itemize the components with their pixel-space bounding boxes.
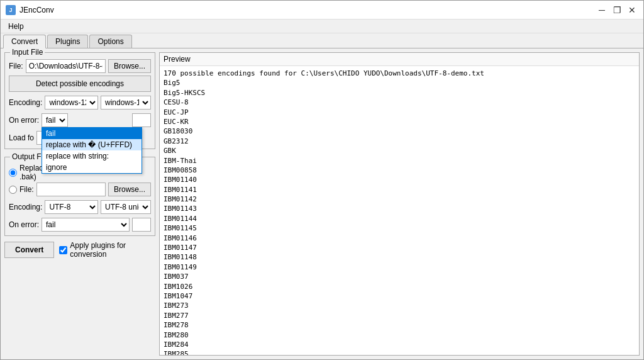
input-encoding-label: Encoding: bbox=[9, 98, 42, 107]
bottom-bar: Convert Apply plugins for conversion bbox=[4, 241, 155, 259]
input-on-error-select[interactable]: fail bbox=[42, 113, 68, 127]
output-encoding-bom-select[interactable]: UTF-8 unicode-1 bbox=[101, 200, 151, 214]
left-panel: Input File File: Browse... Detect possib… bbox=[4, 52, 155, 356]
output-browse-button[interactable]: Browse... bbox=[108, 183, 151, 196]
apply-plugins-checkbox[interactable] bbox=[59, 246, 67, 254]
input-encoding-bom-select[interactable]: windows-1252 c bbox=[101, 96, 151, 110]
dropdown-item-replace-fffd[interactable]: replace with � (U+FFFD) bbox=[42, 139, 142, 150]
radio-file-row: File: Browse... bbox=[9, 183, 151, 196]
input-file-title: Input File bbox=[10, 48, 45, 57]
tab-convert[interactable]: Convert bbox=[3, 35, 46, 48]
input-on-error-row: On error: fail fail replace with � (U+FF… bbox=[9, 113, 151, 127]
app-title: JEncConv bbox=[19, 6, 54, 14]
file-label: File: bbox=[9, 62, 23, 70]
detect-encodings-button[interactable]: Detect possible encodings bbox=[9, 76, 151, 92]
on-error-string-field[interactable] bbox=[132, 113, 151, 127]
radio-replace[interactable] bbox=[9, 169, 17, 177]
input-on-error-label: On error: bbox=[9, 116, 39, 125]
app-icon: J bbox=[6, 5, 16, 15]
menu-bar: Help bbox=[1, 20, 643, 33]
main-content: Input File File: Browse... Detect possib… bbox=[1, 48, 643, 359]
input-file-group: Input File File: Browse... Detect possib… bbox=[4, 52, 155, 149]
output-on-error-row: On error: fail bbox=[9, 218, 151, 232]
menu-item-help[interactable]: Help bbox=[3, 21, 29, 32]
output-on-error-string-field[interactable] bbox=[132, 218, 151, 232]
title-controls: ─ ❐ ✕ bbox=[596, 4, 638, 16]
dropdown-item-fail[interactable]: fail bbox=[42, 128, 142, 139]
load-label: Load fo bbox=[9, 133, 34, 142]
output-encoding-row: Encoding: UTF-8 UTF-8 unicode-1 bbox=[9, 200, 151, 214]
input-file-field[interactable] bbox=[26, 59, 106, 73]
convert-button[interactable]: Convert bbox=[4, 242, 54, 258]
preview-content[interactable]: 170 possible encodings found for C:\User… bbox=[160, 66, 639, 355]
minimize-button[interactable]: ─ bbox=[596, 4, 608, 16]
title-bar-left: J JEncConv bbox=[6, 5, 54, 15]
preview-panel: Preview 170 possible encodings found for… bbox=[159, 52, 640, 356]
output-file-title: Output Fi bbox=[10, 152, 45, 161]
input-on-error-dropdown-container: fail fail replace with � (U+FFFD) replac… bbox=[42, 113, 130, 127]
close-button[interactable]: ✕ bbox=[626, 4, 638, 16]
title-bar: J JEncConv ─ ❐ ✕ bbox=[1, 1, 643, 20]
output-encoding-label: Encoding: bbox=[9, 203, 42, 211]
output-file-field[interactable] bbox=[36, 183, 106, 196]
tab-options[interactable]: Options bbox=[89, 35, 131, 48]
dropdown-item-replace-string[interactable]: replace with string: bbox=[42, 150, 142, 162]
output-encoding-select[interactable]: UTF-8 bbox=[45, 200, 98, 214]
apply-plugins-row: Apply plugins for conversion bbox=[59, 241, 155, 259]
input-encoding-select[interactable]: windows-1252 bbox=[45, 96, 98, 110]
on-error-dropdown-open: fail replace with � (U+FFFD) replace wit… bbox=[42, 127, 142, 174]
restore-button[interactable]: ❐ bbox=[611, 4, 623, 16]
input-file-row: File: Browse... bbox=[9, 59, 151, 73]
main-window: J JEncConv ─ ❐ ✕ Help Convert Plugins Op… bbox=[0, 0, 644, 360]
tab-bar: Convert Plugins Options bbox=[1, 33, 643, 48]
radio-file-label: File: bbox=[19, 185, 34, 194]
output-on-error-select[interactable]: fail bbox=[42, 218, 130, 232]
apply-plugins-label: Apply plugins for conversion bbox=[70, 241, 155, 259]
input-browse-button[interactable]: Browse... bbox=[108, 59, 151, 73]
tab-plugins[interactable]: Plugins bbox=[47, 35, 88, 48]
radio-file[interactable] bbox=[9, 186, 17, 194]
output-on-error-label: On error: bbox=[9, 220, 39, 229]
dropdown-item-ignore[interactable]: ignore bbox=[42, 162, 142, 173]
preview-title: Preview bbox=[160, 53, 639, 66]
input-encoding-row: Encoding: windows-1252 windows-1252 c bbox=[9, 96, 151, 110]
